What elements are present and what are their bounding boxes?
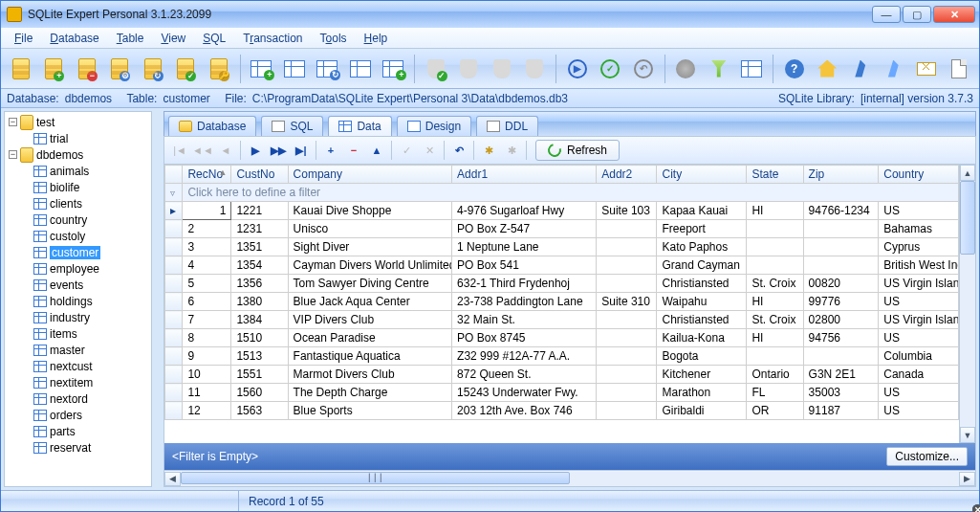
feedback-2-button[interactable] — [878, 52, 910, 86]
scroll-left-button[interactable]: ◀ — [164, 472, 181, 486]
db-remove-button[interactable]: − — [71, 52, 103, 86]
db-open-button[interactable] — [5, 52, 37, 86]
grid-cell[interactable]: Tom Sawyer Diving Centre — [288, 275, 452, 293]
grid-cell[interactable] — [597, 384, 657, 402]
action-3-button[interactable]: ↻ — [486, 52, 518, 86]
column-header-Company[interactable]: Company — [288, 166, 452, 184]
grid-cell[interactable]: 1384 — [231, 311, 288, 329]
grid-cell[interactable]: 1 — [183, 202, 231, 220]
grid-cell[interactable]: 1356 — [231, 275, 288, 293]
column-header-RecNo[interactable]: RecNo▲ — [183, 166, 231, 184]
tree-node-reservat[interactable]: reservat — [5, 439, 151, 456]
grid-cell[interactable]: 872 Queen St. — [452, 366, 597, 384]
titlebar[interactable]: SQLite Expert Personal 3.1.23.2099 — ▢ ✕ — [1, 1, 979, 28]
column-header-Addr1[interactable]: Addr1 — [452, 166, 597, 184]
grid-cell[interactable]: 12 — [183, 402, 231, 420]
table-row[interactable]: 101551Marmot Divers Club872 Queen St.Kit… — [165, 366, 959, 384]
grid-cell[interactable]: Kato Paphos — [657, 238, 747, 256]
grid-cell[interactable]: 1551 — [231, 366, 288, 384]
tree-node-dbdemos[interactable]: −dbdemos — [5, 146, 151, 163]
vertical-scrollbar[interactable]: ▲ ▼ — [959, 165, 975, 443]
grid-cell[interactable]: FL — [747, 384, 803, 402]
grid-cell[interactable]: PO Box 541 — [452, 256, 597, 275]
grid-cell[interactable]: 1560 — [231, 384, 288, 402]
grid-cell[interactable]: 3 — [183, 238, 231, 256]
table-row[interactable]: 91513Fantastique AquaticaZ32 999 #12A-77… — [165, 347, 959, 366]
tree-node-animals[interactable]: animals — [5, 163, 151, 179]
grid-cell[interactable]: St. Croix — [747, 311, 803, 329]
grid-cell[interactable]: HI — [747, 329, 803, 347]
grid-cell[interactable]: 1563 — [231, 402, 288, 420]
grid-cell[interactable]: Grand Cayman — [657, 256, 747, 275]
table-rename-button[interactable] — [278, 52, 311, 86]
grid-cell[interactable]: Fantastique Aquatica — [288, 347, 452, 366]
grid-cell[interactable]: 94756 — [803, 329, 879, 347]
grid-cell[interactable]: 1221 — [231, 202, 288, 220]
grid-cell[interactable] — [803, 238, 879, 256]
grid-cell[interactable] — [803, 256, 879, 275]
splitter[interactable] — [155, 111, 161, 487]
grid-cell[interactable]: 94766-1234 — [803, 202, 879, 220]
nav-prev-button[interactable]: ◄ — [214, 140, 237, 161]
table-row[interactable]: 51356Tom Sawyer Diving Centre632-1 Third… — [165, 275, 959, 293]
grid-cell[interactable]: Freeport — [657, 220, 747, 238]
grid-cell[interactable]: Ontario — [747, 366, 803, 384]
row-indicator[interactable] — [165, 220, 183, 238]
refresh-button[interactable]: Refresh — [535, 140, 620, 161]
run-check-button[interactable]: ✓ — [595, 52, 627, 86]
tree-node-customer[interactable]: customer — [5, 244, 151, 260]
menu-view[interactable]: View — [153, 30, 193, 47]
table-row[interactable]: 31351Sight Diver1 Neptune LaneKato Papho… — [165, 238, 959, 256]
grid-cell[interactable]: 32 Main St. — [452, 311, 597, 329]
grid-cell[interactable]: Bahamas — [879, 220, 959, 238]
filter-prompt[interactable]: Click here to define a filter — [183, 184, 959, 202]
tree-node-clients[interactable]: clients — [5, 195, 151, 211]
menu-database[interactable]: Database — [42, 30, 106, 47]
column-header-Addr2[interactable]: Addr2 — [597, 166, 657, 184]
row-indicator[interactable] — [165, 384, 183, 402]
grid-cell[interactable]: 1380 — [231, 293, 288, 311]
table-row[interactable]: 71384VIP Divers Club32 Main St.Christian… — [165, 311, 959, 329]
grid-cell[interactable]: Cayman Divers World Unlimited — [288, 256, 452, 275]
tab-sql[interactable]: SQL — [261, 116, 323, 136]
grid-cell[interactable]: 1 Neptune Lane — [452, 238, 597, 256]
tree-node-test[interactable]: −test — [5, 114, 151, 130]
tree-node-parts[interactable]: parts — [5, 423, 151, 439]
grid-cell[interactable]: 4 — [183, 256, 231, 275]
action-2-button[interactable]: ⚙ — [453, 52, 486, 86]
grid-cell[interactable]: 4-976 Sugarloaf Hwy — [452, 202, 597, 220]
grid-cell[interactable]: 203 12th Ave. Box 746 — [452, 402, 597, 420]
grid-cell[interactable]: 632-1 Third Frydenhoj — [452, 275, 597, 293]
action-4-button[interactable]: ✕ — [519, 52, 552, 86]
grid-cell[interactable]: Suite 310 — [597, 293, 657, 311]
grid-cell[interactable]: 91187 — [803, 402, 879, 420]
data-grid[interactable]: RecNo▲CustNoCompanyAddr1Addr2CityStateZi… — [164, 165, 959, 443]
grid-cell[interactable] — [597, 366, 657, 384]
table-new-button[interactable]: + — [246, 52, 278, 86]
grid-cell[interactable] — [597, 311, 657, 329]
grid-cell[interactable]: US Virgin Islands — [879, 311, 959, 329]
action-1-button[interactable]: ✓ — [420, 52, 452, 86]
menu-tools[interactable]: Tools — [313, 30, 355, 47]
db-check-button[interactable]: ✓ — [170, 52, 203, 86]
nav-prevpage-button[interactable]: ◄◄ — [191, 140, 214, 161]
tree-node-industry[interactable]: industry — [5, 309, 151, 325]
grid-cell[interactable]: OR — [747, 402, 803, 420]
grid-cell[interactable]: 8 — [183, 329, 231, 347]
nav-post-button[interactable]: ✓ — [395, 140, 418, 161]
grid-cell[interactable]: 1513 — [231, 347, 288, 366]
row-indicator[interactable] — [165, 347, 183, 366]
grid-cell[interactable]: G3N 2E1 — [803, 366, 879, 384]
grid-cell[interactable]: US — [879, 402, 959, 420]
grid-cell[interactable]: VIP Divers Club — [288, 311, 452, 329]
grid-cell[interactable]: 11 — [183, 384, 231, 402]
table-copy-button[interactable] — [344, 52, 377, 86]
grid-cell[interactable]: 2 — [183, 220, 231, 238]
filter-icon[interactable]: ▿ — [165, 184, 183, 202]
grid-cell[interactable]: Blue Jack Aqua Center — [288, 293, 452, 311]
grid-cell[interactable]: 00820 — [803, 275, 879, 293]
grid-cell[interactable]: PO Box Z-547 — [452, 220, 597, 238]
tab-design[interactable]: Design — [397, 116, 471, 136]
tree-node-master[interactable]: master — [5, 342, 151, 358]
menu-transaction[interactable]: Transaction — [235, 30, 310, 47]
